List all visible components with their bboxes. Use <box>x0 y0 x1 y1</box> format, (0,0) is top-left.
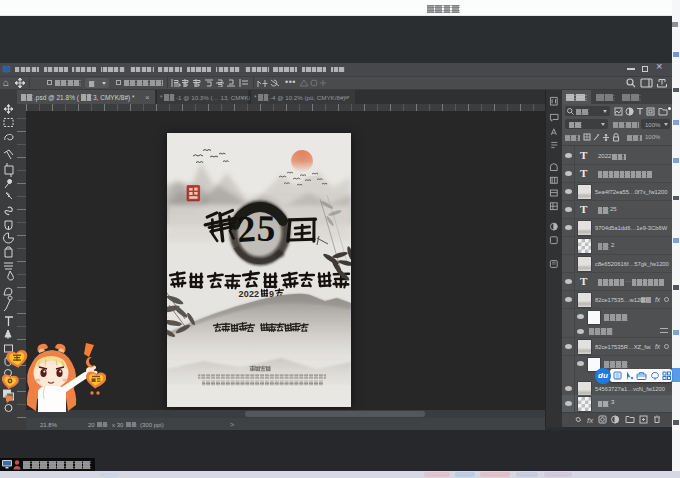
svg-text:fx: fx <box>587 416 594 425</box>
svg-text:2022: 2022 <box>238 288 259 298</box>
svg-text:5: 5 <box>256 207 276 249</box>
svg-text:2: 2 <box>235 208 256 250</box>
